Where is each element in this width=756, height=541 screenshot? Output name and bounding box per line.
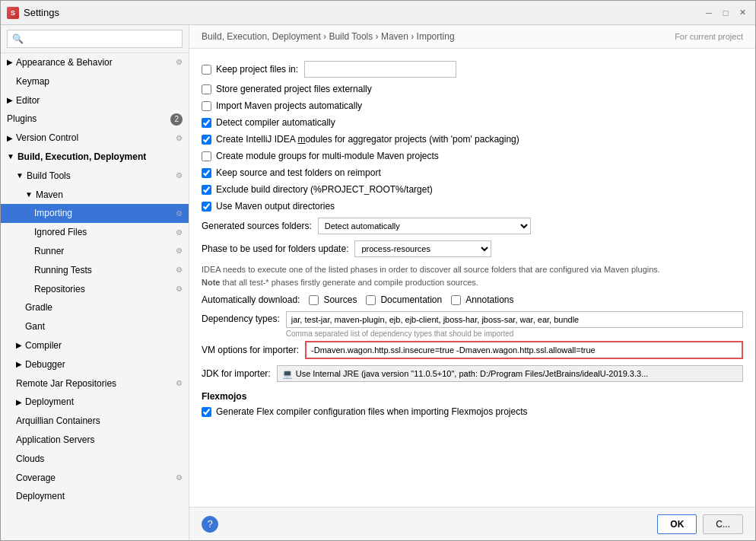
- sidebar-item-editor[interactable]: ▶ Editor: [1, 91, 189, 110]
- bottom-bar: ? OK C...: [189, 507, 755, 540]
- sidebar-item-ignored-files[interactable]: Ignored Files ⚙: [1, 223, 189, 242]
- sidebar-item-label: Compiler: [25, 339, 62, 352]
- create-intellij-modules-label[interactable]: Create IntelliJ IDEA modules for aggrega…: [202, 134, 519, 145]
- store-generated-row: Store generated project files externally: [202, 84, 743, 94]
- sidebar-item-label: Running Tests: [34, 264, 92, 277]
- sidebar-item-deployment2[interactable]: Deployment: [1, 487, 189, 506]
- annotations-checkbox[interactable]: [451, 295, 461, 305]
- arrow-icon: ▼: [16, 170, 24, 181]
- sidebar-item-appearance[interactable]: ▶ Appearance & Behavior ⚙: [1, 53, 189, 72]
- sources-checkbox-label[interactable]: Sources: [309, 294, 357, 305]
- documentation-checkbox[interactable]: [366, 295, 376, 305]
- use-maven-output-label[interactable]: Use Maven output directories: [202, 201, 335, 212]
- sidebar-item-gradle[interactable]: Gradle: [1, 298, 189, 317]
- sidebar-item-repositories[interactable]: Repositories ⚙: [1, 280, 189, 299]
- store-generated-label[interactable]: Store generated project files externally: [202, 84, 372, 94]
- arrow-icon: ▶: [16, 359, 22, 370]
- detect-compiler-checkbox[interactable]: [202, 118, 211, 128]
- for-current-project-label: For current project: [675, 32, 743, 41]
- sidebar-item-coverage[interactable]: Coverage ⚙: [1, 469, 189, 488]
- sidebar-item-app-servers[interactable]: Application Servers: [1, 431, 189, 450]
- keep-project-files-checkbox-label[interactable]: Keep project files in:: [202, 64, 298, 75]
- arrow-icon: ▶: [7, 57, 13, 68]
- breadcrumb: Build, Execution, Deployment › Build Too…: [202, 31, 455, 42]
- jdk-for-importer-value[interactable]: 💻 Use Internal JRE (java version "11.0.5…: [277, 365, 743, 382]
- create-intellij-modules-checkbox[interactable]: [202, 135, 211, 145]
- sidebar-item-arquillian[interactable]: Arquillian Containers: [1, 412, 189, 431]
- detect-compiler-label[interactable]: Detect compiler automatically: [202, 117, 335, 128]
- arrow-icon: ▶: [16, 397, 22, 408]
- exclude-build-dir-row: Exclude build directory (%PROJECT_ROOT%/…: [202, 184, 743, 195]
- sidebar-item-remote-jar[interactable]: Remote Jar Repositories ⚙: [1, 374, 189, 393]
- plugin-badge: 2: [170, 113, 183, 126]
- sidebar-item-running-tests[interactable]: Running Tests ⚙: [1, 261, 189, 280]
- maximize-button[interactable]: □: [719, 6, 732, 20]
- sidebar-item-label: Clouds: [16, 453, 44, 466]
- generate-flex-label[interactable]: Generate Flex compiler configuration fil…: [202, 406, 743, 417]
- sidebar-item-compiler[interactable]: ▶ Compiler: [1, 336, 189, 355]
- generated-sources-select[interactable]: Detect automatically Don't detect Target…: [318, 218, 531, 234]
- help-button[interactable]: ?: [202, 516, 218, 533]
- sidebar-item-label: Keymap: [16, 75, 49, 88]
- sidebar-item-version-control[interactable]: ▶ Version Control ⚙: [1, 129, 189, 148]
- sidebar-item-importing[interactable]: Importing ⚙: [1, 204, 189, 223]
- sidebar-item-label: Gradle: [25, 301, 52, 314]
- import-maven-auto-row: Import Maven projects automatically: [202, 100, 743, 111]
- annotations-label: Annotations: [465, 294, 513, 305]
- sidebar-item-keymap[interactable]: Keymap: [1, 72, 189, 91]
- keep-source-folders-label[interactable]: Keep source and test folders on reimport: [202, 167, 381, 178]
- generate-flex-checkbox[interactable]: [202, 407, 211, 417]
- flexmojos-title: Flexmojos: [202, 391, 743, 402]
- sidebar-item-clouds[interactable]: Clouds: [1, 450, 189, 469]
- use-maven-output-text: Use Maven output directories: [216, 201, 335, 212]
- detect-compiler-text: Detect compiler automatically: [216, 117, 335, 128]
- import-maven-auto-checkbox[interactable]: [202, 101, 211, 111]
- dependency-types-row: Dependency types: Comma separated list o…: [202, 311, 743, 338]
- store-generated-checkbox[interactable]: [202, 84, 211, 94]
- create-module-groups-label[interactable]: Create module groups for multi-module Ma…: [202, 151, 439, 161]
- auto-download-label: Automatically download:: [202, 294, 300, 305]
- close-button[interactable]: ✕: [735, 6, 749, 20]
- keep-project-files-label: Keep project files in:: [216, 64, 298, 75]
- sidebar-item-label: Remote Jar Repositories: [16, 377, 116, 390]
- ok-button[interactable]: OK: [657, 514, 697, 534]
- sidebar-item-gant[interactable]: Gant: [1, 317, 189, 336]
- sidebar-item-label: Version Control: [16, 132, 78, 145]
- sidebar-item-maven[interactable]: ▼ Maven: [1, 186, 189, 205]
- sidebar-item-deployment[interactable]: ▶ Deployment: [1, 393, 189, 412]
- minimize-button[interactable]: ─: [702, 6, 716, 20]
- create-module-groups-checkbox[interactable]: [202, 151, 211, 161]
- sidebar-item-label: Deployment: [16, 490, 65, 503]
- search-input[interactable]: [7, 30, 183, 48]
- sidebar-item-debugger[interactable]: ▶ Debugger: [1, 355, 189, 374]
- gear-icon: ⚙: [176, 246, 183, 256]
- generate-flex-text: Generate Flex compiler configuration fil…: [216, 406, 528, 417]
- exclude-build-dir-checkbox[interactable]: [202, 185, 211, 195]
- sidebar-item-label: Ignored Files: [34, 226, 87, 239]
- documentation-checkbox-label[interactable]: Documentation: [366, 294, 442, 305]
- keep-project-files-input[interactable]: [304, 61, 456, 78]
- create-intellij-modules-row: Create IntelliJ IDEA modules for aggrega…: [202, 134, 743, 145]
- keep-source-folders-checkbox[interactable]: [202, 168, 211, 178]
- use-maven-output-row: Use Maven output directories: [202, 201, 743, 212]
- arrow-icon: ▶: [7, 133, 13, 144]
- sidebar-item-build-exec[interactable]: ▼ Build, Execution, Deployment: [1, 148, 189, 167]
- sources-checkbox[interactable]: [309, 295, 319, 305]
- sidebar-item-plugins[interactable]: Plugins 2: [1, 110, 189, 129]
- gear-icon: ⚙: [176, 57, 183, 68]
- vm-options-input[interactable]: [305, 341, 743, 359]
- sidebar-item-build-tools[interactable]: ▼ Build Tools ⚙: [1, 167, 189, 186]
- phase-select[interactable]: process-resources generate-sources initi…: [354, 240, 491, 257]
- exclude-build-dir-label[interactable]: Exclude build directory (%PROJECT_ROOT%/…: [202, 184, 433, 195]
- sidebar-item-runner[interactable]: Runner ⚙: [1, 242, 189, 261]
- cancel-button[interactable]: C...: [703, 514, 743, 534]
- annotations-checkbox-label[interactable]: Annotations: [451, 294, 513, 305]
- dependency-types-input[interactable]: [286, 311, 743, 328]
- keep-project-files-checkbox[interactable]: [202, 65, 211, 75]
- use-maven-output-checkbox[interactable]: [202, 202, 211, 212]
- jdk-icon: 💻: [282, 369, 293, 379]
- import-maven-auto-label[interactable]: Import Maven projects automatically: [202, 100, 362, 111]
- sidebar-item-label: Maven: [36, 189, 63, 202]
- create-intellij-modules-text: Create IntelliJ IDEA modules for aggrega…: [216, 134, 519, 145]
- note-bold-text: Note: [202, 278, 220, 287]
